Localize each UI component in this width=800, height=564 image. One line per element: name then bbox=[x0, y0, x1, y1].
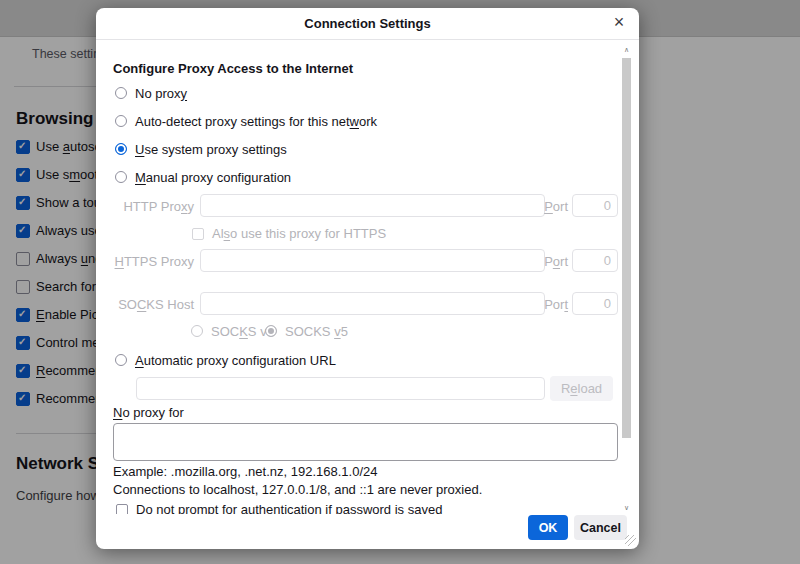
chevron-up-icon[interactable]: ∧ bbox=[622, 44, 631, 56]
radio-button[interactable] bbox=[115, 115, 127, 127]
radio-row-auto-detect-proxy[interactable]: Auto-detect proxy settings for this netw… bbox=[115, 114, 377, 128]
proxy-config-heading: Configure Proxy Access to the Internet bbox=[113, 61, 353, 76]
radio-row-use-system-proxy[interactable]: Use system proxy settings bbox=[115, 142, 287, 156]
scrollbar-thumb[interactable] bbox=[622, 58, 631, 438]
resize-grip[interactable] bbox=[625, 535, 636, 546]
radio-button[interactable] bbox=[115, 171, 127, 183]
cancel-button[interactable]: Cancel bbox=[574, 515, 627, 540]
radio-button[interactable] bbox=[115, 143, 127, 155]
proxy-url-input[interactable] bbox=[136, 377, 545, 400]
radio-label: Auto-detect proxy settings for this netw… bbox=[135, 114, 377, 129]
http-proxy-label: HTTP Proxy bbox=[96, 199, 194, 214]
radio-label: Automatic proxy configuration URL bbox=[135, 353, 336, 368]
https-proxy-label: HTTPS Proxy bbox=[96, 254, 194, 269]
radio-row-manual-proxy[interactable]: Manual proxy configuration bbox=[115, 170, 291, 184]
radio-button[interactable] bbox=[115, 87, 127, 99]
checkbox-label: Do not prompt for authentication if pass… bbox=[136, 502, 442, 514]
radio-label: No proxy bbox=[135, 86, 187, 101]
ok-button[interactable]: OK bbox=[528, 515, 568, 540]
http-port-input[interactable] bbox=[572, 194, 618, 217]
dialog-title: Connection Settings bbox=[96, 8, 639, 39]
socks-host-input[interactable] bbox=[200, 292, 545, 315]
dialog-header: Connection Settings × bbox=[96, 8, 639, 40]
checkbox[interactable] bbox=[192, 228, 204, 240]
checkbox-row-also-use-for-https[interactable]: Also use this proxy for HTTPS bbox=[192, 227, 386, 240]
screen: These settings a Browsing Use autoscrol … bbox=[0, 0, 800, 564]
connection-settings-dialog: Connection Settings × Configure Proxy Ac… bbox=[96, 8, 639, 549]
radio-row-no-proxy[interactable]: No proxy bbox=[115, 86, 187, 100]
checkbox-row-do-not-prompt[interactable]: Do not prompt for authentication if pass… bbox=[116, 503, 442, 514]
https-proxy-input[interactable] bbox=[200, 249, 545, 272]
radio-label: SOCKS v5 bbox=[285, 324, 348, 339]
radio-row-automatic-proxy-url[interactable]: Automatic proxy configuration URL bbox=[115, 353, 336, 367]
https-port-label: Port bbox=[526, 254, 568, 269]
close-icon[interactable]: × bbox=[609, 13, 629, 33]
scrollbar[interactable]: ∧ ∨ bbox=[622, 44, 631, 514]
reload-button[interactable]: Reload bbox=[550, 376, 613, 401]
chevron-down-icon[interactable]: ∨ bbox=[622, 502, 631, 514]
no-proxy-for-textarea[interactable] bbox=[113, 423, 618, 461]
socks-port-label: Port bbox=[526, 297, 568, 312]
radio-label: Use system proxy settings bbox=[135, 142, 287, 157]
radio-label: Manual proxy configuration bbox=[135, 170, 291, 185]
no-proxy-example-text: Example: .mozilla.org, .net.nz, 192.168.… bbox=[113, 464, 378, 479]
https-port-input[interactable] bbox=[572, 249, 618, 272]
dialog-scroll-area: Configure Proxy Access to the Internet N… bbox=[96, 40, 620, 514]
radio-button[interactable] bbox=[265, 325, 277, 337]
socks-host-label: SOCKS Host bbox=[96, 297, 194, 312]
http-port-label: Port bbox=[526, 199, 568, 214]
radio-button[interactable] bbox=[191, 325, 203, 337]
localhost-note-text: Connections to localhost, 127.0.0.1/8, a… bbox=[113, 482, 482, 497]
radio-row-socks-v4[interactable]: SOCKS v4 bbox=[191, 324, 274, 338]
http-proxy-input[interactable] bbox=[200, 194, 545, 217]
no-proxy-for-label: No proxy for bbox=[113, 405, 184, 420]
radio-button[interactable] bbox=[115, 354, 127, 366]
socks-port-input[interactable] bbox=[572, 292, 618, 315]
radio-row-socks-v5[interactable]: SOCKS v5 bbox=[265, 324, 348, 338]
checkbox-label: Also use this proxy for HTTPS bbox=[212, 226, 386, 241]
checkbox[interactable] bbox=[116, 504, 128, 515]
